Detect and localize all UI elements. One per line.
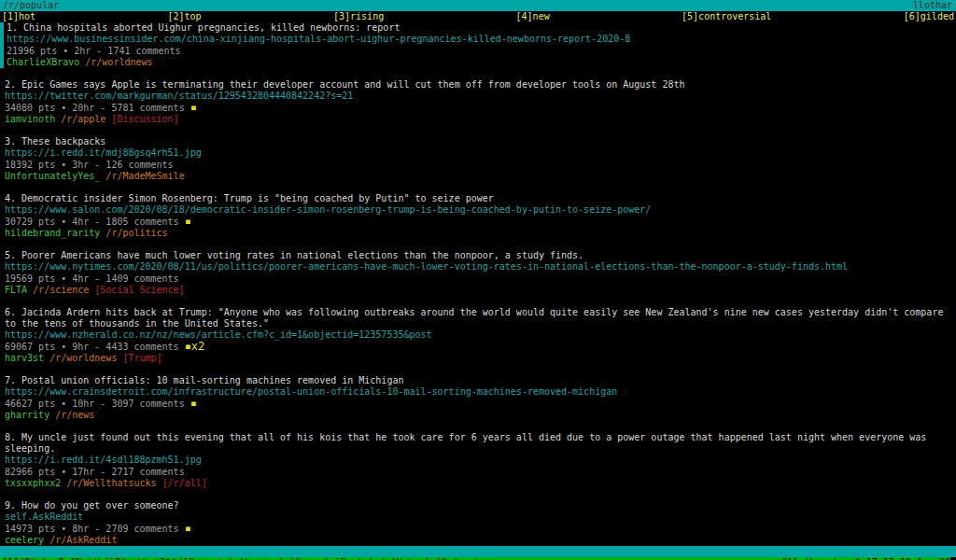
post-url[interactable]: https://i.redd.it/mdj88gsq4rh51.jpg <box>5 147 956 159</box>
post-stats-text: 21996 pts • 2hr - 1741 comments <box>7 46 181 56</box>
post-stats: 34080 pts • 20hr - 5781 comments▪ <box>5 102 956 114</box>
selection-indicator <box>0 22 4 68</box>
post-1[interactable]: 1. China hospitals aborted Uighur pregna… <box>0 22 956 68</box>
help-bar: [?]Help [q]Quit [l]Comments [/]Prompt [u… <box>0 546 956 557</box>
post-title: 1. China hospitals aborted Uighur pregna… <box>7 22 955 34</box>
post-title: 3. These backpacks <box>5 136 953 147</box>
post-stats-text: 34080 pts • 20hr - 5781 comments <box>5 103 185 113</box>
post-author[interactable]: CharlieXBravo <box>7 57 79 67</box>
post-author[interactable]: UnfortunatelyYes_ <box>5 171 100 181</box>
post-stats: 14973 pts • 8hr - 2709 comments▪ <box>5 523 956 535</box>
post-2[interactable]: 2. Epic Games says Apple is terminating … <box>0 79 956 125</box>
post-stats-text: 69067 pts • 9hr - 4433 comments <box>5 342 179 352</box>
tab-gilded[interactable]: [6]gilded <box>904 11 954 22</box>
post-author[interactable]: FLTA <box>5 285 27 295</box>
post-stats-text: 82966 pts • 17hr - 2717 comments <box>5 467 185 477</box>
post-stats: 30729 pts • 4hr - 1805 comments▪ <box>5 216 956 228</box>
post-title: 4. Democratic insider Simon Rosenberg: T… <box>5 193 953 204</box>
post-byline: harv3st/r/worldnews[Trump] <box>5 353 956 364</box>
post-title: 5. Poorer Americans have much lower voti… <box>5 250 953 261</box>
logged-in-user: llothar <box>913 0 952 11</box>
gilded-badge: ▪ <box>185 522 191 535</box>
post-byline: UnfortunatelyYes_/r/MadeMeSmile <box>5 171 956 182</box>
post-author[interactable]: hildebrand_rarity <box>5 228 100 238</box>
post-url[interactable]: https://www.businessinsider.com/china-xi… <box>7 34 956 45</box>
post-3[interactable]: 3. These backpacks https://i.redd.it/mdj… <box>0 136 956 182</box>
post-6[interactable]: 6. Jacinda Ardern hits back at Trump: "A… <box>0 307 956 364</box>
post-url[interactable]: https://www.salon.com/2020/08/18/democra… <box>5 204 956 216</box>
post-url[interactable]: https://i.redd.it/4sdl188pzmh51.jpg <box>5 455 956 466</box>
post-author[interactable]: ceelery <box>5 535 44 545</box>
gilded-badge: ▪ <box>190 101 197 114</box>
post-stats: 82966 pts • 17hr - 2717 comments <box>5 466 956 478</box>
post-url[interactable]: https://www.nzherald.co.nz/nz/news/artic… <box>5 329 956 341</box>
post-4[interactable]: 4. Democratic insider Simon Rosenberg: T… <box>0 193 956 239</box>
post-5[interactable]: 5. Poorer Americans have much lower voti… <box>0 250 956 296</box>
post-flair: [Social Science] <box>94 285 184 295</box>
post-title: 6. Jacinda Ardern hits back at Trump: "A… <box>5 307 953 329</box>
post-subreddit[interactable]: /r/MadeMeSmile <box>105 171 184 181</box>
post-subreddit[interactable]: /r/politics <box>105 228 167 238</box>
tab-rising[interactable]: [3]rising <box>333 11 384 22</box>
tab-bar: [1]hot [2]top [3]rising [4]new [5]contro… <box>0 11 956 22</box>
post-byline: FLTA/r/science[Social Science] <box>5 285 956 296</box>
post-title: 9. How do you get over someone? <box>5 500 953 511</box>
post-title: 2. Epic Games says Apple is terminating … <box>5 79 953 91</box>
post-byline: gharrity/r/news <box>5 410 956 421</box>
post-list: 1. China hospitals aborted Uighur pregna… <box>0 22 956 546</box>
gilded-badge: ▪ <box>190 397 197 410</box>
post-byline: iamvinoth/r/apple[Discussion] <box>5 114 956 125</box>
post-author[interactable]: gharrity <box>5 410 49 420</box>
post-subreddit[interactable]: /r/worldnews <box>85 57 152 67</box>
tab-new[interactable]: [4]new <box>516 11 550 22</box>
post-stats-text: 46627 pts • 10hr - 3097 comments <box>5 399 185 409</box>
post-stats: 69067 pts • 9hr - 4433 comments▪x2 <box>5 341 956 353</box>
post-title: 8. My uncle just found out this evening … <box>5 432 953 455</box>
post-author[interactable]: harv3st <box>5 353 44 363</box>
post-9[interactable]: 9. How do you get over someone? self.Ask… <box>0 500 956 546</box>
titlebar: /r/popular llothar <box>0 0 956 11</box>
post-stats: 18392 pts • 3hr - 126 comments <box>5 159 956 171</box>
post-flair: [/r/all] <box>162 478 207 488</box>
post-subreddit[interactable]: /r/Wellthatsucks <box>66 478 156 488</box>
post-url[interactable]: self.AskReddit <box>5 511 956 523</box>
post-7[interactable]: 7. Postal union officials: 10 mail-sorti… <box>0 375 956 421</box>
post-stats-text: 19569 pts • 4hr - 1409 comments <box>5 273 179 284</box>
post-subreddit[interactable]: /r/worldnews <box>49 353 117 363</box>
post-stats-text: 14973 pts • 8hr - 2709 comments <box>5 524 179 534</box>
post-author[interactable]: iamvinoth <box>5 114 55 124</box>
gilded-badge: ▪ <box>185 215 191 228</box>
post-stats: 21996 pts • 2hr - 1741 comments <box>7 45 956 57</box>
post-subreddit[interactable]: /r/AskReddit <box>49 535 117 545</box>
post-byline: hildebrand_rarity/r/politics <box>5 228 956 239</box>
gilded-badge: ▪x2 <box>185 340 205 353</box>
post-stats: 46627 pts • 10hr - 3097 comments▪ <box>5 398 956 410</box>
post-title: 7. Postal union officials: 10 mail-sorti… <box>5 375 953 386</box>
post-url[interactable]: https://www.crainsdetroit.com/infrastruc… <box>5 386 956 398</box>
tab-top[interactable]: [2]top <box>168 11 202 22</box>
post-url[interactable]: https://www.nytimes.com/2020/08/11/us/po… <box>5 261 956 273</box>
post-stats: 19569 pts • 4hr - 1409 comments <box>5 273 956 285</box>
post-stats-text: 30729 pts • 4hr - 1805 comments <box>5 217 179 227</box>
current-subreddit: /r/popular <box>3 0 59 11</box>
post-url[interactable]: https://twitter.com/markgurman/status/12… <box>5 91 956 102</box>
post-byline: CharlieXBravo/r/worldnews <box>7 57 956 68</box>
post-stats-text: 18392 pts • 3hr - 126 comments <box>5 160 174 170</box>
post-byline: ceelery/r/AskReddit <box>5 535 956 546</box>
post-subreddit[interactable]: /r/news <box>55 410 94 420</box>
post-8[interactable]: 8. My uncle just found out this evening … <box>0 432 956 489</box>
post-flair: [Trump] <box>122 353 162 363</box>
post-byline: txsxxphxx2/r/Wellthatsucks[/r/all] <box>5 478 956 489</box>
post-subreddit[interactable]: /r/apple <box>61 114 105 124</box>
tab-hot[interactable]: [1]hot <box>2 11 35 22</box>
post-author[interactable]: txsxxphxx2 <box>5 478 61 488</box>
post-flair: [Discussion] <box>111 114 178 124</box>
post-subreddit[interactable]: /r/science <box>33 285 89 295</box>
tab-controversial[interactable]: [5]controversial <box>682 11 771 22</box>
